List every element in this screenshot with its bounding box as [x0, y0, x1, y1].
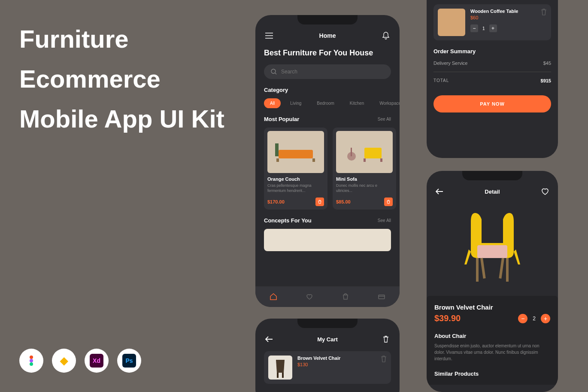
delete-icon[interactable]	[541, 9, 547, 15]
bottom-tabbar	[255, 286, 400, 307]
category-chip[interactable]: All	[264, 98, 281, 108]
pay-now-button[interactable]: PAY NOW	[433, 95, 551, 112]
page-title: Home	[319, 32, 336, 39]
cart-summary-screen: Wooden Coffee Table $60 − 1 + Order Summ…	[427, 0, 558, 158]
product-price: $85.00	[336, 199, 351, 204]
phone-notch	[462, 171, 522, 180]
about-label: About Chair	[434, 333, 550, 339]
category-chip[interactable]: Bedroom	[311, 98, 340, 108]
category-label: Category	[255, 79, 400, 93]
svg-rect-16	[277, 373, 279, 378]
qty-minus-button[interactable]: −	[470, 24, 478, 32]
tab-favorites[interactable]	[306, 293, 313, 301]
cart-item-image	[438, 9, 465, 36]
svg-rect-4	[275, 143, 279, 156]
cart-item-image	[268, 356, 292, 380]
ps-badge: Ps	[117, 349, 141, 373]
product-card[interactable]: Mini Sofa Donec mollis nec arcu e ultric…	[333, 128, 396, 210]
tool-badges: ◆ Xd Ps	[19, 349, 141, 373]
popular-label: Most Popular	[264, 116, 299, 122]
summary-title: Order Summary	[433, 48, 551, 55]
home-screen: Home Best Furniture For You House Catego…	[255, 15, 400, 307]
trash-icon[interactable]	[381, 334, 391, 344]
product-name: Brown Velvet Chair	[434, 304, 550, 311]
category-chip[interactable]: Kitchen	[344, 98, 370, 108]
page-title: Detail	[485, 188, 500, 195]
qty-plus-button[interactable]: +	[489, 24, 497, 32]
search-input[interactable]	[264, 64, 391, 79]
svg-rect-15	[499, 258, 504, 278]
tab-cart[interactable]	[342, 293, 349, 301]
svg-rect-5	[364, 148, 382, 158]
category-chip[interactable]: Workspace	[373, 98, 400, 108]
poster-title: Furniture Ecommerce Mobile App UI Kit	[19, 19, 224, 139]
qty-value: 2	[533, 316, 536, 322]
cart-item: Brown Velvet Chair $130	[264, 351, 391, 384]
detail-screen: Detail Brown Velvet Chair $39.90 − 2 + A…	[427, 171, 558, 392]
see-all-link[interactable]: See All	[378, 117, 391, 122]
headline: Best Furniture For You House	[255, 41, 400, 58]
qty-value: 1	[482, 26, 485, 31]
total-value: $915	[541, 78, 551, 83]
cart-item-price: $130	[297, 362, 387, 367]
see-all-link[interactable]: See All	[378, 218, 391, 223]
total-label: TOTAL	[433, 78, 449, 83]
tab-home[interactable]	[270, 293, 277, 301]
product-desc: Donec mollis nec arcu e ultricies...	[336, 183, 393, 193]
my-cart-screen: My Cart Brown Velvet Chair $130	[255, 319, 400, 392]
product-hero	[427, 197, 558, 298]
figma-badge	[19, 349, 43, 373]
phone-notch	[297, 319, 358, 328]
cart-item-price: $60	[470, 15, 547, 20]
delivery-label: Delivery Service	[433, 61, 467, 66]
qty-minus-button[interactable]: −	[518, 314, 527, 323]
svg-rect-17	[282, 373, 284, 378]
product-card[interactable]: Orange Couch Cras pellentesque magna fer…	[264, 128, 327, 210]
svg-rect-1	[279, 150, 313, 158]
svg-rect-9	[351, 148, 352, 156]
cart-item: Wooden Coffee Table $60 − 1 +	[433, 4, 551, 40]
product-desc: Cras pellentesque magna fermentum hendre…	[267, 183, 324, 193]
menu-icon[interactable]	[264, 30, 274, 41]
svg-rect-6	[364, 158, 366, 162]
xd-badge: Xd	[85, 349, 109, 373]
delivery-value: $45	[543, 61, 551, 66]
heart-icon[interactable]	[540, 186, 550, 197]
svg-rect-12	[476, 258, 479, 282]
qty-plus-button[interactable]: +	[541, 314, 550, 323]
svg-rect-13	[506, 258, 509, 282]
search-icon	[271, 69, 277, 75]
add-to-bag-button[interactable]	[384, 198, 393, 206]
back-icon[interactable]	[434, 186, 445, 197]
sketch-badge: ◆	[52, 349, 76, 373]
svg-rect-10	[379, 295, 385, 299]
about-text: Suspendisse enim justo, auctor elementum…	[434, 343, 550, 362]
product-image	[336, 131, 393, 173]
page-title: My Cart	[317, 336, 338, 343]
delete-icon[interactable]	[381, 356, 387, 362]
cart-item-name: Wooden Coffee Table	[470, 9, 547, 14]
product-name: Mini Sofa	[336, 176, 393, 182]
svg-rect-7	[380, 158, 382, 162]
tab-card[interactable]	[378, 293, 385, 301]
svg-point-0	[271, 69, 276, 73]
cart-item-name: Brown Velvet Chair	[297, 356, 387, 361]
product-image	[267, 131, 324, 173]
svg-rect-2	[276, 158, 279, 162]
product-price: $170.00	[267, 199, 285, 204]
concepts-label: Concepts For You	[264, 217, 312, 224]
svg-rect-14	[480, 258, 486, 278]
product-name: Orange Couch	[267, 176, 324, 182]
category-chips: All Living Bedroom Kitchen Workspace Bat	[255, 93, 400, 108]
category-chip[interactable]: Living	[284, 98, 307, 108]
svg-rect-3	[312, 158, 315, 162]
svg-rect-11	[477, 245, 507, 258]
phone-notch	[297, 15, 358, 24]
back-icon[interactable]	[264, 334, 274, 344]
similar-label: Similar Products	[434, 371, 550, 377]
bell-icon[interactable]	[381, 30, 391, 41]
chair-image	[454, 204, 531, 290]
product-price: $39.90	[434, 313, 461, 323]
add-to-bag-button[interactable]	[315, 198, 324, 206]
concept-banner[interactable]	[264, 229, 391, 251]
